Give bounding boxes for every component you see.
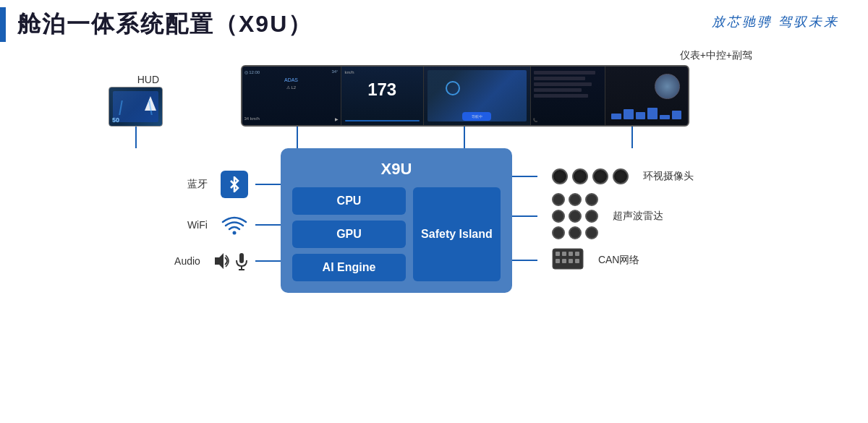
svg-rect-7 <box>562 252 566 256</box>
ultrasonic-icons <box>552 193 598 239</box>
ultrasonic-connector <box>512 215 537 217</box>
connector-3 <box>631 127 633 148</box>
displays-row: HUD 50 仪表+中控+副驾 ◎ 12:00 <box>109 49 760 148</box>
chip-row: 蓝牙 WiFi <box>109 148 760 293</box>
audio-item: Audio <box>174 252 281 270</box>
hud-section: HUD 50 <box>109 74 163 148</box>
wifi-connector <box>255 224 281 226</box>
us-2 <box>569 193 582 206</box>
cpu-block: CPU <box>292 187 406 215</box>
ultrasonic-item: 超声波雷达 <box>512 193 694 239</box>
wide-connectors <box>170 127 760 148</box>
chip-inner: CPU GPU AI Engine Safety Island <box>292 187 501 281</box>
bluetooth-item: 蓝牙 <box>187 171 281 198</box>
page-title: 舱泊一体系统配置（X9U） <box>17 9 312 40</box>
us-8 <box>569 226 582 239</box>
x9u-chip: X9U CPU GPU AI Engine Safety Island <box>281 148 512 293</box>
audio-label: Audio <box>174 255 200 267</box>
hud-speed: 50 <box>112 116 119 124</box>
chip-left-blocks: CPU GPU AI Engine <box>292 187 406 281</box>
camera-item: 环视摄像头 <box>512 168 694 184</box>
can-connector <box>512 260 537 261</box>
us-3 <box>585 193 598 206</box>
wifi-label: WiFi <box>187 219 208 231</box>
wifi-item: WiFi <box>187 211 281 239</box>
user-avatar <box>655 74 680 99</box>
us-7 <box>552 226 565 239</box>
can-icon-wrapper <box>552 248 584 273</box>
cam-3 <box>592 168 608 184</box>
header-accent-bar <box>0 7 6 42</box>
can-item: CAN网络 <box>512 248 694 273</box>
cam-4 <box>613 168 629 184</box>
ultrasonic-label: 超声波雷达 <box>613 210 663 223</box>
svg-rect-9 <box>575 252 579 256</box>
svg-rect-8 <box>569 252 573 256</box>
camera-label: 环视摄像头 <box>643 170 694 183</box>
ai-engine-block: AI Engine <box>292 254 406 281</box>
header-tagline: 放芯驰骋 驾驭未来 <box>712 13 839 30</box>
screen-speed: km/h 173 <box>341 67 424 125</box>
bluetooth-connector <box>255 184 281 185</box>
screen-music <box>605 67 687 125</box>
hud-connector-v <box>135 127 137 148</box>
safety-island-block: Safety Island <box>413 187 501 281</box>
right-peripherals: 环视摄像头 超声波雷达 <box>512 168 694 273</box>
system-diagram: HUD 50 仪表+中控+副驾 ◎ 12:00 <box>29 49 839 293</box>
screen-nav: 导航中 <box>424 67 531 125</box>
svg-marker-1 <box>215 253 224 269</box>
screen-dashboard: ◎ 12:00 34° ADAS ⚠ L2 34 km/h ▶ <box>242 67 341 125</box>
main-content: HUD 50 仪表+中控+副驾 ◎ 12:00 <box>0 49 868 293</box>
gpu-block: GPU <box>292 221 406 248</box>
wide-display-section: 仪表+中控+副驾 ◎ 12:00 34° ADAS ⚠ L2 34 km/h ▶ <box>170 49 760 148</box>
bluetooth-label: 蓝牙 <box>187 178 208 191</box>
chip-right-block: Safety Island <box>413 187 501 281</box>
svg-rect-13 <box>575 259 579 263</box>
screen-contacts: 📞 <box>531 67 605 125</box>
wifi-icon <box>221 211 248 239</box>
cam-1 <box>552 168 568 184</box>
header: 舱泊一体系统配置（X9U） 放芯驰骋 驾驭未来 <box>0 0 868 46</box>
cam-2 <box>572 168 588 184</box>
can-icon <box>552 248 584 270</box>
svg-rect-10 <box>556 259 560 263</box>
us-4 <box>552 210 565 223</box>
hud-screen: 50 <box>109 87 163 127</box>
bluetooth-icon <box>221 171 248 198</box>
svg-point-0 <box>232 231 236 235</box>
nav-marker <box>446 81 460 95</box>
camera-icons <box>552 168 629 184</box>
hud-label: HUD <box>137 74 159 85</box>
audio-connector <box>255 260 281 262</box>
us-9 <box>585 226 598 239</box>
music-bars <box>611 105 681 119</box>
svg-rect-12 <box>569 259 573 263</box>
svg-rect-6 <box>556 252 560 256</box>
us-5 <box>569 210 582 223</box>
left-peripherals: 蓝牙 WiFi <box>174 171 281 270</box>
us-1 <box>552 193 565 206</box>
camera-connector <box>512 176 537 177</box>
us-6 <box>585 210 598 223</box>
wide-display-label: 仪表+中控+副驾 <box>680 49 752 62</box>
svg-rect-2 <box>239 253 244 263</box>
contact-list <box>534 71 602 100</box>
svg-rect-11 <box>562 259 566 263</box>
wide-screen: ◎ 12:00 34° ADAS ⚠ L2 34 km/h ▶ km/h 1 <box>241 65 689 127</box>
speed-display: 173 <box>367 80 396 100</box>
connector-1 <box>297 127 298 148</box>
connector-2 <box>464 127 465 148</box>
chip-title: X9U <box>292 160 501 179</box>
can-label: CAN网络 <box>598 254 640 267</box>
audio-icon <box>213 252 248 270</box>
